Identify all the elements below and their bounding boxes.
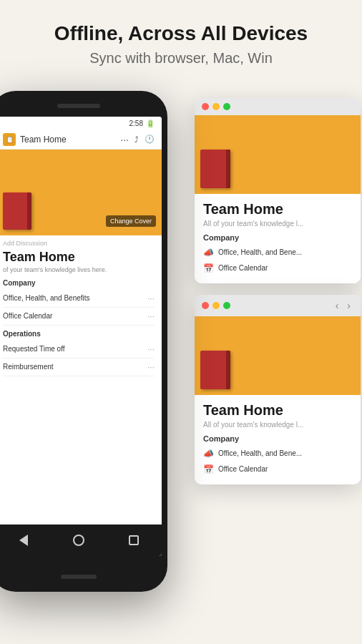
- minimize-button[interactable]: [212, 302, 220, 309]
- list-icon: 📅: [203, 464, 214, 474]
- window-section-company-2: Company: [203, 434, 352, 443]
- phone-cover-book: [3, 192, 31, 230]
- list-item-label: Requested Time off: [3, 345, 65, 353]
- list-item-label: Office Calendar: [3, 312, 52, 320]
- list-item[interactable]: 📣 Office, Health, and Bene...: [203, 245, 352, 260]
- list-item-more-icon[interactable]: ···: [147, 362, 155, 372]
- list-item-more-icon[interactable]: ···: [147, 344, 155, 354]
- list-item[interactable]: 📅 Office Calendar: [203, 260, 352, 276]
- window-content-1: Team Home All of your team's knowledge l…: [195, 194, 361, 283]
- back-nav-button[interactable]: ‹: [333, 300, 342, 311]
- traffic-lights-1: [202, 103, 230, 110]
- window-page-subtitle-2: All of your team's knowledge l...: [203, 421, 352, 429]
- home-button[interactable]: [72, 533, 86, 547]
- phone-content: Add Discussion Team Home of your team's …: [0, 235, 162, 381]
- list-icon: 📣: [203, 248, 214, 258]
- header-subtitle: Sync with browser, Mac, Win: [14, 50, 348, 67]
- back-button[interactable]: [16, 533, 31, 547]
- window-content-2: Team Home All of your team's knowledge l…: [195, 395, 361, 484]
- desktop-window-2: ‹ › Team Home All of your team's knowled…: [195, 295, 361, 484]
- phone-cover: Change Cover: [0, 150, 162, 235]
- close-button[interactable]: [202, 103, 209, 110]
- forward-nav-button[interactable]: ›: [344, 300, 353, 311]
- list-item[interactable]: Office, Health, and Benefits ···: [3, 290, 155, 308]
- list-icon: 📣: [203, 449, 214, 459]
- list-item[interactable]: 📅 Office Calendar: [203, 462, 352, 477]
- window-titlebar-2: ‹ ›: [195, 295, 361, 316]
- phone-page-subtitle: of your team's knowledge lives here.: [3, 266, 155, 273]
- more-icon[interactable]: ···: [120, 134, 129, 145]
- header-title: Offline, Across All Devices: [14, 21, 348, 46]
- traffic-lights-2: [202, 302, 230, 309]
- maximize-button[interactable]: [223, 302, 230, 309]
- window-section-company-1: Company: [203, 233, 352, 242]
- list-item[interactable]: Office Calendar ···: [3, 308, 155, 326]
- list-item-label: Office, Health, and Benefits: [3, 294, 90, 302]
- list-item-more-icon[interactable]: ···: [147, 293, 155, 303]
- phone-status-time: 2:58: [129, 119, 143, 127]
- phone-toolbar-title: Team Home: [20, 135, 120, 145]
- list-item-more-icon[interactable]: ···: [147, 311, 155, 321]
- desktop-windows: Team Home All of your team's knowledge l…: [195, 98, 362, 484]
- phone-bottom-nav: [0, 525, 162, 556]
- window-page-title-2: Team Home: [203, 402, 352, 419]
- phone-section-company: Company: [3, 279, 155, 287]
- window-cover-2: [195, 316, 361, 395]
- list-item[interactable]: Reimbursement ···: [3, 358, 155, 376]
- window-book-1: [200, 150, 230, 188]
- close-button[interactable]: [202, 302, 209, 309]
- maximize-button[interactable]: [223, 103, 230, 110]
- window-nav-buttons: ‹ ›: [333, 300, 353, 311]
- window-titlebar-1: [195, 98, 361, 115]
- list-icon: 📅: [203, 263, 214, 273]
- window-page-subtitle-1: All of your team's knowledge l...: [203, 220, 352, 228]
- app-icon: 📋: [3, 133, 16, 146]
- list-item[interactable]: Requested Time off ···: [3, 341, 155, 358]
- phone-section-operations: Operations: [3, 330, 155, 338]
- list-item[interactable]: 📣 Office, Health, and Bene...: [203, 446, 352, 462]
- android-phone: 2:58 🔋 📋 Team Home ··· ⤴ 🕐 Change Cover: [0, 91, 167, 592]
- minimize-button[interactable]: [212, 103, 220, 110]
- window-cover-1: [195, 115, 361, 194]
- desktop-window-1: Team Home All of your team's knowledge l…: [195, 98, 361, 283]
- list-item-label: Office, Health, and Bene...: [218, 449, 302, 457]
- battery-icon: 🔋: [146, 119, 155, 127]
- window-book-2: [200, 351, 230, 389]
- change-cover-button[interactable]: Change Cover: [106, 215, 156, 227]
- list-item-label: Office Calendar: [218, 465, 268, 473]
- history-icon[interactable]: 🕐: [145, 135, 155, 144]
- list-item-label: Office Calendar: [218, 264, 268, 272]
- phone-screen: 2:58 🔋 📋 Team Home ··· ⤴ 🕐 Change Cover: [0, 117, 162, 556]
- devices-container: 2:58 🔋 📋 Team Home ··· ⤴ 🕐 Change Cover: [0, 91, 362, 592]
- share-icon[interactable]: ⤴: [134, 135, 139, 144]
- phone-page-title: Team Home: [3, 250, 155, 265]
- phone-status-bar: 2:58 🔋: [0, 117, 162, 130]
- list-item-label: Office, Health, and Bene...: [218, 248, 302, 256]
- list-item-label: Reimbursement: [3, 363, 54, 371]
- phone-toolbar-actions: ··· ⤴ 🕐: [120, 134, 155, 145]
- recents-button[interactable]: [127, 533, 141, 547]
- header: Offline, Across All Devices Sync with br…: [0, 0, 362, 84]
- phone-toolbar: 📋 Team Home ··· ⤴ 🕐: [0, 130, 162, 150]
- add-discussion-label[interactable]: Add Discussion: [3, 240, 155, 247]
- window-page-title-1: Team Home: [203, 201, 352, 218]
